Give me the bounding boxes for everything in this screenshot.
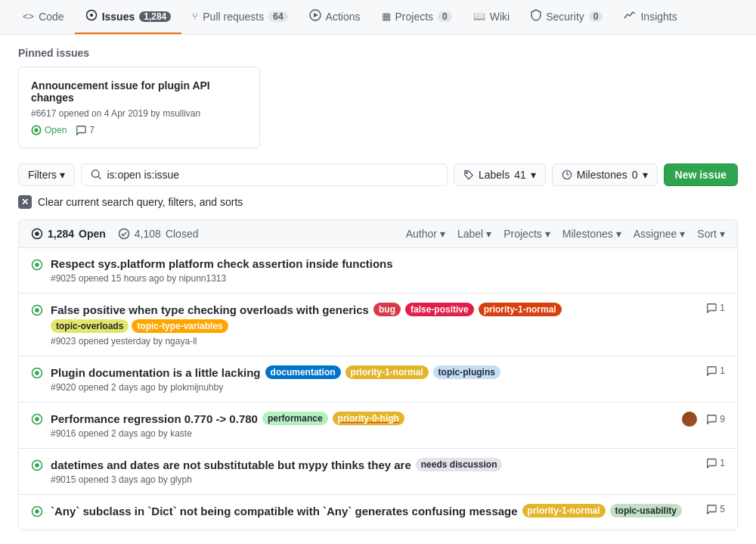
nav-item-pull-requests[interactable]: ⑂ Pull requests 64 xyxy=(181,2,298,33)
issue-open-icon xyxy=(31,367,43,381)
nav-item-projects[interactable]: ▦ Projects 0 xyxy=(371,2,463,33)
new-issue-button[interactable]: New issue xyxy=(664,163,738,186)
filters-bar: Filters ▾ Labels 41 ▾ Milestones 0 ▾ New… xyxy=(18,163,738,186)
closed-count-value: 4,108 xyxy=(135,228,161,240)
search-input[interactable] xyxy=(107,169,438,181)
sort-filter[interactable]: Sort ▾ xyxy=(697,228,725,240)
insights-icon xyxy=(624,9,636,23)
pinned-card-meta: #6617 opened on 4 Apr 2019 by msullivan xyxy=(31,108,247,119)
nav-label-issues: Issues xyxy=(102,11,135,23)
nav-item-wiki[interactable]: 📖 Wiki xyxy=(463,2,520,33)
comment-count[interactable]: 5 xyxy=(706,504,725,514)
milestones-chevron-icon: ▾ xyxy=(643,169,648,181)
svg-point-6 xyxy=(92,170,100,178)
issue-content: Respect sys.platform platform check asse… xyxy=(51,257,717,284)
closed-count[interactable]: 4,108 Closed xyxy=(118,228,199,240)
label-badge[interactable]: topic-plugins xyxy=(433,365,500,379)
clear-icon[interactable]: ✕ xyxy=(18,195,32,209)
nav-item-security[interactable]: Security 0 xyxy=(520,0,613,34)
milestones-filter[interactable]: Milestones ▾ xyxy=(562,228,621,240)
issues-container: 1,284 Open 4,108 Closed Author ▾ Label ▾ xyxy=(18,219,738,530)
issues-list: Respect sys.platform platform check asse… xyxy=(19,248,737,530)
issue-title[interactable]: False positive when type checking overlo… xyxy=(51,303,369,316)
labels-icon xyxy=(463,169,474,180)
comment-count[interactable]: 1 xyxy=(706,303,725,313)
projects-filter[interactable]: Projects ▾ xyxy=(503,228,550,240)
issue-title[interactable]: Performance regression 0.770 -> 0.780 xyxy=(51,412,258,425)
filters-button[interactable]: Filters ▾ xyxy=(18,163,75,186)
projects-chevron-icon: ▾ xyxy=(545,228,550,240)
filters-label: Filters xyxy=(28,169,57,181)
labels-chevron-icon: ▾ xyxy=(531,169,536,181)
nav-label-actions: Actions xyxy=(326,11,361,23)
comment-count[interactable]: 1 xyxy=(706,458,725,468)
checkmark-icon xyxy=(118,228,130,240)
nav-item-actions[interactable]: Actions xyxy=(299,0,371,34)
issue-right: 1 xyxy=(706,303,725,313)
label-badge[interactable]: needs discussion xyxy=(416,458,503,471)
svg-point-13 xyxy=(36,232,39,235)
open-count[interactable]: 1,284 Open xyxy=(31,228,106,240)
comment-count-pinned[interactable]: 7 xyxy=(76,125,94,135)
issue-content: datetimes and dates are not substitutabl… xyxy=(51,458,699,485)
nav-label-pr: Pull requests xyxy=(203,11,264,23)
issue-title[interactable]: datetimes and dates are not substitutabl… xyxy=(51,459,411,471)
issue-open-icon xyxy=(31,459,43,474)
pinned-card-opened: opened on 4 Apr 2019 by msullivan xyxy=(59,108,200,119)
nav-item-code[interactable]: <> Code xyxy=(12,2,75,33)
label-badge[interactable]: false-positive xyxy=(405,303,474,316)
wiki-icon: 📖 xyxy=(473,11,485,22)
security-badge: 0 xyxy=(589,11,603,22)
label-filter[interactable]: Label ▾ xyxy=(457,228,491,240)
label-badge[interactable]: topic-type-variables xyxy=(132,319,228,333)
nav-item-insights[interactable]: Insights xyxy=(613,0,687,34)
label-badge[interactable]: topic-overloads xyxy=(51,319,129,333)
milestones-button[interactable]: Milestones 0 ▾ xyxy=(552,163,658,186)
svg-point-14 xyxy=(119,229,129,239)
label-badge[interactable]: priority-1-normal xyxy=(479,303,562,316)
comment-count[interactable]: 9 xyxy=(706,414,725,424)
issue-title[interactable]: `Any` subclass in `Dict` not being compa… xyxy=(51,505,518,518)
projects-badge: 0 xyxy=(438,11,452,22)
pinned-section-title: Pinned issues xyxy=(18,47,738,59)
comment-count[interactable]: 1 xyxy=(706,365,725,376)
svg-point-26 xyxy=(36,510,39,513)
label-badge[interactable]: documentation xyxy=(265,365,341,379)
issue-right: 1 xyxy=(706,458,725,468)
label-badge[interactable]: priority-1-normal xyxy=(522,504,606,518)
projects-icon: ▦ xyxy=(382,11,391,22)
main-content: Pinned issues Announcement issue for plu… xyxy=(0,35,756,542)
issue-title[interactable]: Respect sys.platform platform check asse… xyxy=(51,257,393,270)
labels-button[interactable]: Labels 41 ▾ xyxy=(454,163,546,186)
nav-item-issues[interactable]: Issues 1,284 xyxy=(75,0,182,34)
svg-marker-3 xyxy=(314,13,318,17)
milestones-icon xyxy=(562,169,572,180)
author-filter[interactable]: Author ▾ xyxy=(406,228,445,240)
issue-title-row: Performance regression 0.770 -> 0.780per… xyxy=(51,412,674,425)
label-badge[interactable]: bug xyxy=(373,303,401,316)
issue-title[interactable]: Plugin documentation is a little lacking xyxy=(51,366,261,379)
label-badge[interactable]: priority-1-normal xyxy=(345,365,429,379)
security-icon xyxy=(531,9,541,23)
search-box[interactable] xyxy=(81,163,448,186)
issue-content: False positive when type checking overlo… xyxy=(51,303,699,347)
label-badge[interactable]: topic-usability xyxy=(610,504,682,518)
label-badge[interactable]: priority-0-high xyxy=(333,412,404,425)
search-icon xyxy=(91,169,102,181)
pinned-card-title[interactable]: Announcement issue for plugin API change… xyxy=(31,79,247,104)
clear-row[interactable]: ✕ Clear current search query, filters, a… xyxy=(18,195,738,209)
issue-title-row: `Any` subclass in `Dict` not being compa… xyxy=(51,504,699,518)
closed-count-label: Closed xyxy=(166,228,199,240)
issues-header: 1,284 Open 4,108 Closed Author ▾ Label ▾ xyxy=(19,220,737,248)
label-badge[interactable]: performance xyxy=(262,412,328,425)
label-chevron-icon: ▾ xyxy=(486,228,491,240)
assignee-chevron-icon: ▾ xyxy=(680,228,685,240)
issues-header-left: 1,284 Open 4,108 Closed xyxy=(31,228,198,240)
svg-point-24 xyxy=(36,464,39,467)
open-count-label: Open xyxy=(79,228,106,240)
assignee-filter[interactable]: Assignee ▾ xyxy=(634,228,686,240)
issue-meta: #9016 opened 2 days ago by kaste xyxy=(51,428,674,439)
svg-point-22 xyxy=(36,418,39,421)
issue-labels-row2: topic-overloadstopic-type-variables xyxy=(51,319,699,333)
actions-icon xyxy=(309,9,321,23)
